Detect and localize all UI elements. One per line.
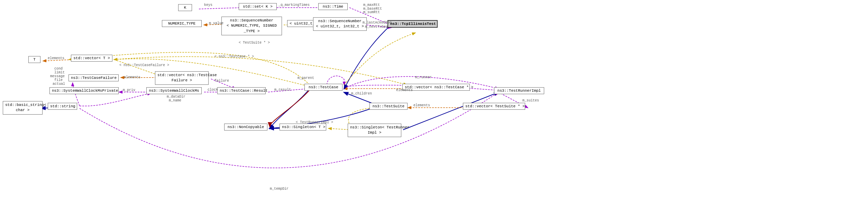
label-elements-testsuite: elements: [413, 104, 430, 107]
label-message: message: [50, 74, 65, 78]
node-ns3-systemwallclockms: ns3::SystemWallClockMs: [146, 87, 202, 94]
diagram-container: K std::set< K > ns3::Time ns3::TcpIllino…: [0, 0, 868, 198]
label-m-sumrtt: m_sumRtt: [363, 10, 380, 14]
label-clock: clock: [208, 88, 218, 92]
node-std-vector-testcasefailure: std::vector< ns3::TestCaseFailure >: [155, 71, 209, 85]
label-m-nexttxseq: m_nextTxSeq: [365, 25, 388, 29]
label-file: file: [54, 78, 63, 82]
label-m-priv: m_priv: [123, 88, 135, 92]
label-keys: keys: [204, 3, 212, 7]
node-K: K: [178, 4, 192, 11]
node-ns3-systemwallclockprivate: ns3::SystemWallClockMsPrivate: [49, 87, 119, 94]
node-ns3-testrunnerimpl: ns3::TestRunnerImpl: [494, 87, 544, 94]
svg-line-7: [114, 60, 159, 75]
label-m-parent: m_parent: [298, 76, 314, 80]
node-testrunnerimpl-template: ns3::Singleton< TestRunnerImpl >: [348, 124, 401, 137]
label-m-datadir: m_dataDir: [167, 95, 185, 99]
node-ns3-testcase: ns3::TestCase: [304, 84, 342, 91]
node-numeric-type: NUMERIC_TYPE: [162, 20, 202, 27]
label-m-tempdir: m_tempDir: [270, 187, 289, 191]
label-m-suites: m_suites: [522, 99, 539, 102]
arrows-svg: [0, 0, 868, 198]
node-ns3-singleton-T: ns3::Singleton< T >: [280, 124, 326, 130]
label-testsuite-arr: < TestRunnerImpl >: [296, 120, 333, 124]
label-elements-failure: elements: [124, 75, 140, 79]
label-q-markingtimes: _q_markingTimes: [278, 3, 310, 7]
svg-line-0: [199, 8, 242, 9]
node-std-string: std::string: [48, 103, 77, 110]
label-failure: failure: [214, 79, 229, 83]
svg-line-18: [403, 92, 498, 130]
label-m-runner: m_runner: [415, 75, 432, 79]
node-ns3-seqnum-inst: ns3::SequenceNumber< uint32_t, int32_t >: [313, 17, 367, 31]
node-T: T: [28, 56, 40, 63]
label-m-lastackedseq: m_lastAckedSeq: [363, 21, 392, 25]
node-ns3-testcase-result: ns3::TestCase::Result: [217, 87, 266, 94]
label-m-children: m_children: [351, 92, 372, 96]
node-ns3-testcasefailure: ns3::TestCaseFailure: [68, 74, 119, 81]
label-elements-testcase: elements: [396, 88, 413, 92]
node-ns3-testsuite: ns3::TestSuite: [369, 103, 408, 110]
label-testcase-tmpl: < ns3::TestCase * >: [214, 55, 254, 58]
label-testsuite-tmpl: < TestSuite * >: [239, 41, 270, 45]
node-std-basic-string: std::basic_string<char >: [3, 101, 43, 115]
node-ns3-noncopyable: ns3::NonCopyable: [224, 124, 267, 130]
label-cond: cond: [54, 67, 63, 71]
label-limit: limit: [54, 71, 65, 74]
label-elements-T: elements: [48, 56, 64, 60]
label-testcasefailure-tmpl: < ns3::TestCaseFailure >: [119, 63, 169, 67]
node-ns3-tcpillinoistest: ns3::TcpIllinoisTest: [387, 20, 438, 28]
label-m-maxrtt: m_maxRtt: [363, 3, 380, 7]
label-m-result: m_result: [274, 88, 291, 92]
label-m-name: m_name: [169, 99, 181, 102]
node-ns3-time: ns3::Time: [318, 3, 348, 10]
node-std-set-K: std::set< K >: [239, 3, 277, 10]
node-std-vector-T: std::vector< T >: [71, 55, 112, 62]
label-m-value: m_value: [209, 21, 223, 25]
node-std-vector-testsuite-ptr: std::vector< TestSuite * >: [463, 103, 525, 110]
label-actual: actual: [53, 82, 65, 86]
node-ns3-seqnum-tmpl: ns3::SequenceNumber< NUMERIC_TYPE, SIGNE…: [221, 17, 282, 35]
